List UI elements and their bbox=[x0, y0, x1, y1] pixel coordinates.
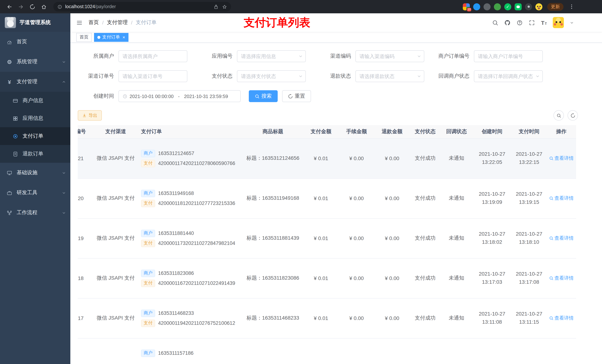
pay-date: 2021-10-27 bbox=[512, 190, 547, 198]
cell-refund: ¥ 0.00 bbox=[374, 218, 410, 258]
help-icon[interactable] bbox=[517, 20, 523, 26]
table-toolbar: 导出 bbox=[78, 110, 595, 121]
reset-button[interactable]: 重置 bbox=[282, 90, 311, 102]
merchant-order-no-input[interactable] bbox=[474, 50, 543, 62]
sidebar-item-app-info[interactable]: 应用信息 bbox=[0, 110, 70, 127]
sidebar-item-label: 工作流程 bbox=[17, 209, 37, 216]
search-icon bbox=[556, 113, 561, 118]
cell-refund bbox=[374, 338, 410, 364]
chevron-down-icon bbox=[62, 60, 66, 64]
chevron-down-icon[interactable] bbox=[570, 21, 574, 25]
notify-status-select[interactable] bbox=[474, 70, 543, 82]
refund-status-select[interactable] bbox=[355, 70, 424, 82]
tab-home[interactable]: 首页 bbox=[76, 33, 92, 42]
pay-status-select[interactable] bbox=[237, 70, 306, 82]
sidebar-item-home[interactable]: 首页 bbox=[0, 32, 70, 52]
pay-clock: 13:17:08 bbox=[512, 278, 547, 286]
cell-notify: 未通知 bbox=[441, 138, 473, 178]
cell-id: 21 bbox=[78, 138, 96, 178]
arrow-right-icon bbox=[18, 4, 23, 10]
extension-pin-icon[interactable] bbox=[525, 3, 532, 10]
app-no-select[interactable] bbox=[237, 50, 306, 62]
search-icon bbox=[549, 276, 553, 281]
channel-order-no-input[interactable] bbox=[118, 70, 187, 82]
chevron-down-icon bbox=[298, 54, 303, 58]
cell-order: 商户1635312124657支付42000011742021102780605… bbox=[135, 138, 243, 178]
channel-code-select[interactable] bbox=[355, 50, 424, 62]
sidebar-item-workflow[interactable]: 工作流程 bbox=[0, 203, 70, 223]
browser-back-button[interactable] bbox=[4, 2, 14, 11]
github-icon[interactable] bbox=[505, 20, 511, 26]
sidebar-item-refund-order[interactable]: 退款订单 bbox=[0, 145, 70, 163]
browser-refresh-button[interactable] bbox=[27, 2, 37, 11]
tab-label: 首页 bbox=[80, 34, 88, 40]
bookmark-star-icon[interactable] bbox=[222, 4, 227, 9]
tag-merchant: 商户 bbox=[141, 190, 155, 197]
cell-create-time: 2021-10-2713:19:09 bbox=[473, 178, 512, 218]
refresh-icon bbox=[570, 113, 575, 118]
filter-label: 商户订单编号 bbox=[433, 53, 474, 60]
browser-home-button[interactable] bbox=[39, 2, 49, 11]
export-button[interactable]: 导出 bbox=[78, 110, 102, 121]
merchant-order-no: 1635311949168 bbox=[158, 190, 194, 196]
doc-icon bbox=[12, 151, 19, 157]
tab-close-icon[interactable]: × bbox=[123, 35, 125, 39]
cell-notify bbox=[441, 338, 473, 364]
extension-apps-icon[interactable]: 10 bbox=[463, 3, 470, 10]
sidebar-item-system[interactable]: 系统管理 bbox=[0, 52, 70, 72]
sidebar-item-pay-order[interactable]: 支付订单 bbox=[0, 127, 70, 145]
filter-control bbox=[355, 70, 424, 82]
chevron-down-icon bbox=[298, 74, 303, 78]
extension-check-icon[interactable]: ✓ bbox=[504, 3, 511, 10]
sidebar-item-payment[interactable]: ¥支付管理 bbox=[0, 72, 70, 92]
filter-control bbox=[118, 50, 187, 62]
sidebar-item-dev-tools[interactable]: 研发工具 bbox=[0, 183, 70, 203]
share-icon[interactable] bbox=[214, 4, 218, 9]
pay-date: 2021-10-27 bbox=[512, 230, 547, 238]
search-button[interactable]: 搜索 bbox=[249, 90, 278, 102]
date-range-input[interactable]: 2021-10-01 00:00:00 - 2021-10-31 23:59:5… bbox=[118, 90, 241, 102]
avatar[interactable] bbox=[553, 17, 564, 28]
breadcrumb-item[interactable]: 首页 bbox=[88, 19, 99, 26]
refresh-table-button[interactable] bbox=[568, 110, 578, 121]
extension-globe-icon[interactable] bbox=[484, 3, 491, 10]
tag-merchant: 商户 bbox=[141, 229, 155, 237]
sidebar-item-infrastructure[interactable]: 基础设施 bbox=[0, 163, 70, 183]
view-detail-link[interactable]: 查看详情 bbox=[549, 195, 574, 202]
merchant-order-no: 1635311823086 bbox=[158, 270, 194, 276]
column-header-9: 创建时间 bbox=[473, 125, 512, 138]
address-bar[interactable]: localhost:1024/pay/order bbox=[53, 2, 231, 11]
sidebar-item-merchant-info[interactable]: 商户信息 bbox=[0, 92, 70, 110]
view-detail-link[interactable]: 查看详情 bbox=[549, 315, 574, 322]
filter-label: 回调商户状态 bbox=[433, 73, 474, 80]
pay-order-no: 4200001174202110278060590766 bbox=[158, 161, 235, 166]
cell-title: 标题：1635311881439 bbox=[243, 218, 303, 258]
extension-emoji-icon[interactable] bbox=[535, 3, 542, 10]
cell-notify: 未通知 bbox=[441, 218, 473, 258]
browser-menu-icon[interactable] bbox=[569, 4, 575, 10]
tag-merchant: 商户 bbox=[141, 310, 155, 317]
toggle-search-button[interactable] bbox=[553, 110, 564, 121]
view-detail-link[interactable]: 查看详情 bbox=[549, 235, 574, 241]
view-detail-link[interactable]: 查看详情 bbox=[549, 155, 574, 162]
card-icon bbox=[12, 97, 19, 104]
fullscreen-icon[interactable] bbox=[529, 20, 535, 26]
tab-pay-order[interactable]: 支付订单× bbox=[94, 33, 129, 42]
cell-amount bbox=[303, 338, 339, 364]
filter-field-refund-status: 退款状态 bbox=[315, 70, 433, 82]
font-size-icon[interactable]: TT bbox=[541, 20, 547, 26]
breadcrumb-item[interactable]: 支付管理 bbox=[107, 19, 128, 26]
view-detail-link[interactable]: 查看详情 bbox=[549, 275, 574, 281]
top-navbar: 首页/支付管理/支付订单 支付订单列表 TT bbox=[70, 13, 602, 32]
browser-update-button[interactable]: 更新 bbox=[547, 3, 563, 10]
extension-green-icon[interactable] bbox=[494, 3, 501, 10]
cell-create-time: 2021-10-2713:17:03 bbox=[473, 258, 512, 298]
extension-wechat-icon[interactable] bbox=[515, 3, 522, 10]
hamburger-icon[interactable] bbox=[76, 20, 83, 26]
browser-forward-button[interactable] bbox=[16, 2, 26, 11]
cell-fee: ¥ 0.00 bbox=[339, 138, 374, 178]
cell-pay-time: 2021-10-2713:22:15 bbox=[512, 138, 547, 178]
extension-drop-icon[interactable] bbox=[473, 3, 480, 10]
search-icon[interactable] bbox=[492, 20, 498, 26]
owner-merchant-input[interactable] bbox=[118, 50, 187, 62]
